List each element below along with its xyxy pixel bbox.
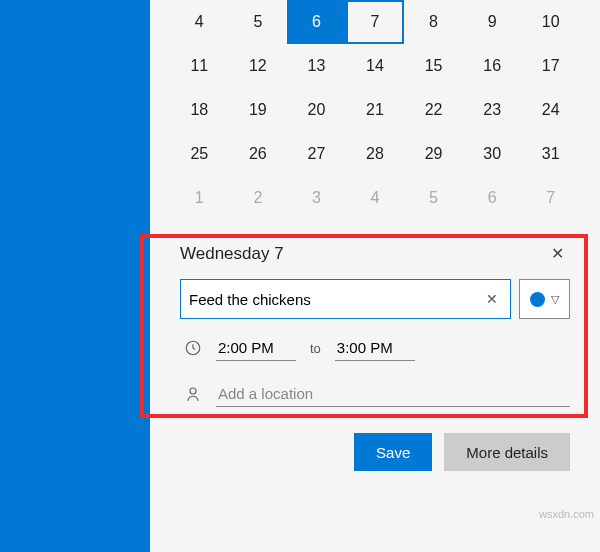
event-title-row: ✕ ▽ (180, 279, 570, 319)
day-cell[interactable]: 30 (463, 132, 522, 176)
more-details-button[interactable]: More details (444, 433, 570, 471)
day-cell[interactable]: 27 (287, 132, 346, 176)
event-title-field-wrap: ✕ (180, 279, 511, 319)
event-time-row: to (180, 335, 570, 361)
day-cell[interactable]: 26 (229, 132, 288, 176)
day-cell[interactable]: 15 (404, 44, 463, 88)
day-cell-next-month[interactable]: 4 (346, 176, 405, 220)
end-time-input[interactable] (335, 335, 415, 361)
day-cell[interactable]: 29 (404, 132, 463, 176)
event-title-input[interactable] (189, 291, 482, 308)
day-cell[interactable]: 16 (463, 44, 522, 88)
calendar-color-picker[interactable]: ▽ (519, 279, 570, 319)
watermark: wsxdn.com (539, 508, 594, 520)
day-cell-next-month[interactable]: 3 (287, 176, 346, 220)
clock-icon (184, 339, 202, 357)
day-cell[interactable]: 23 (463, 88, 522, 132)
event-header: Wednesday 7 ✕ (180, 242, 570, 265)
time-to-label: to (310, 341, 321, 356)
day-cell[interactable]: 25 (170, 132, 229, 176)
event-button-row: Save More details (180, 433, 570, 471)
day-cell[interactable]: 13 (287, 44, 346, 88)
day-cell[interactable]: 22 (404, 88, 463, 132)
day-cell-next-month[interactable]: 2 (229, 176, 288, 220)
day-cell-next-month[interactable]: 6 (463, 176, 522, 220)
day-cell-next-month[interactable]: 1 (170, 176, 229, 220)
svg-point-1 (190, 388, 196, 394)
day-cell-next-month[interactable]: 7 (521, 176, 580, 220)
location-icon (184, 385, 202, 403)
chevron-down-icon: ▽ (551, 293, 559, 306)
day-cell[interactable]: 20 (287, 88, 346, 132)
day-cell-today[interactable]: 6 (287, 0, 346, 44)
clear-title-icon[interactable]: ✕ (482, 287, 502, 311)
day-cell[interactable]: 21 (346, 88, 405, 132)
day-cell[interactable]: 18 (170, 88, 229, 132)
day-cell[interactable]: 5 (229, 0, 288, 44)
start-time-input[interactable] (216, 335, 296, 361)
day-cell-selected[interactable]: 7 (346, 0, 405, 44)
day-cell[interactable]: 11 (170, 44, 229, 88)
day-cell[interactable]: 28 (346, 132, 405, 176)
day-cell[interactable]: 31 (521, 132, 580, 176)
day-cell[interactable]: 9 (463, 0, 522, 44)
event-quick-create-panel: Wednesday 7 ✕ ✕ ▽ to (170, 228, 580, 495)
day-cell[interactable]: 4 (170, 0, 229, 44)
event-date-label: Wednesday 7 (180, 244, 284, 264)
calendar-flyout: 4 5 6 7 8 9 10 11 12 13 14 15 16 17 18 1… (150, 0, 600, 552)
desktop-background (0, 0, 150, 552)
close-icon[interactable]: ✕ (545, 242, 570, 265)
event-location-row (180, 381, 570, 407)
day-cell[interactable]: 8 (404, 0, 463, 44)
day-cell[interactable]: 14 (346, 44, 405, 88)
day-cell[interactable]: 19 (229, 88, 288, 132)
save-button[interactable]: Save (354, 433, 432, 471)
calendar-color-dot-icon (530, 292, 545, 307)
day-cell[interactable]: 12 (229, 44, 288, 88)
day-cell[interactable]: 24 (521, 88, 580, 132)
day-cell[interactable]: 17 (521, 44, 580, 88)
location-input[interactable] (216, 381, 570, 407)
day-cell-next-month[interactable]: 5 (404, 176, 463, 220)
day-cell[interactable]: 10 (521, 0, 580, 44)
calendar-grid: 4 5 6 7 8 9 10 11 12 13 14 15 16 17 18 1… (170, 0, 580, 220)
